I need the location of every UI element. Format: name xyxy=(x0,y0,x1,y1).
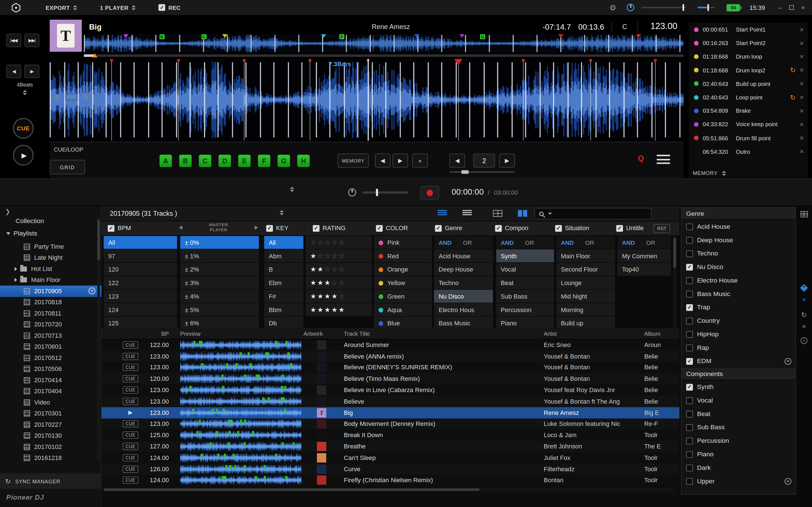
untitled-filter-option[interactable]: Top40 xyxy=(617,263,671,276)
sidebar-item-video[interactable]: Video xyxy=(0,397,101,408)
cue-preview-button[interactable]: CUE xyxy=(123,353,138,360)
sidebar-scrollbar[interactable] xyxy=(97,217,100,460)
filter-scrollbar[interactable] xyxy=(673,236,676,328)
bpm-tolerance-option[interactable]: ± 5% xyxy=(180,303,259,317)
table-row[interactable]: CUE123.00Believe (DENNEY'S SUNRISE REMIX… xyxy=(101,362,679,373)
bpm-tolerance-option[interactable]: ± 0% xyxy=(180,236,259,249)
cue-preview-button[interactable]: CUE xyxy=(123,476,138,484)
cue-point-row[interactable]: 03:54:809Brake× xyxy=(689,104,808,117)
bpm-tolerance-option[interactable]: ± 4% xyxy=(180,290,259,303)
genre-tag-nu-disco[interactable]: ✓Nu Disco xyxy=(681,260,795,274)
delete-cue-icon[interactable]: × xyxy=(799,39,805,47)
record-button[interactable] xyxy=(420,186,439,200)
add-tag-icon[interactable]: + xyxy=(784,358,792,364)
checkbox-icon[interactable] xyxy=(686,290,693,297)
hot-cue-b-button[interactable]: B xyxy=(179,155,192,167)
player-count-selector[interactable]: 1 PLAYER xyxy=(100,4,136,11)
hot-cue-marker[interactable]: B xyxy=(159,34,164,39)
key-filter-toggle[interactable]: ✓KEY xyxy=(266,224,289,232)
memory-cue-marker[interactable] xyxy=(636,34,641,38)
table-row[interactable]: CUE122.00Around SummerEric SneoAroun xyxy=(101,339,679,351)
color-filter-option[interactable]: Aqua xyxy=(374,303,432,317)
master-volume-slider[interactable] xyxy=(642,7,686,8)
column-header-album[interactable]: Album xyxy=(641,330,679,337)
genre-tag-deep-house[interactable]: Deep House xyxy=(681,233,795,247)
delete-cue-icon[interactable]: × xyxy=(799,25,805,34)
cue-preview-button[interactable]: CUE xyxy=(123,454,138,461)
add-track-icon[interactable]: + xyxy=(89,288,95,295)
maximize-button[interactable] xyxy=(789,5,794,10)
bpm-filter-option[interactable]: 122 xyxy=(103,276,177,290)
view-list-icon[interactable] xyxy=(462,210,472,217)
table-row[interactable]: CUE123.00Body Movement (Denney Remix)Luk… xyxy=(101,418,679,430)
component-filter-option[interactable]: Synth xyxy=(496,249,554,263)
color-filter-option[interactable]: Yellow xyxy=(374,276,432,290)
cue-preview-button[interactable]: CUE xyxy=(123,398,138,405)
sidebar-item-20170905[interactable]: 20170905+ xyxy=(0,286,101,297)
situation-filter-option[interactable]: Morning xyxy=(556,303,615,317)
checkbox-icon[interactable] xyxy=(686,397,693,404)
delete-cue-icon[interactable]: × xyxy=(799,94,805,101)
checkbox-icon[interactable] xyxy=(686,250,693,257)
waveform-preview[interactable] xyxy=(180,476,301,485)
table-horizontal-scrollbar[interactable] xyxy=(103,488,673,492)
memory-delete-button[interactable]: × xyxy=(412,154,428,168)
cue-preview-button[interactable]: CUE xyxy=(123,432,138,439)
bpm-tolerance-option[interactable]: ± 2% xyxy=(180,263,259,276)
rec-checkbox[interactable]: ✓ REC xyxy=(158,4,181,11)
hot-cue-e-button[interactable]: E xyxy=(238,155,251,167)
track-progress-bar[interactable] xyxy=(84,54,684,57)
components-tag-sub-bass[interactable]: Sub Bass xyxy=(681,420,795,434)
waveform-preview[interactable] xyxy=(180,408,301,416)
next-track-button[interactable]: ▶▶| xyxy=(24,34,39,47)
untitled-filter-option[interactable]: My Commen xyxy=(617,249,671,263)
minimize-button[interactable]: – xyxy=(778,4,782,11)
rec-level-knob[interactable] xyxy=(348,188,356,196)
genre-tag-trap[interactable]: ✓Trap xyxy=(681,300,795,314)
component-filter-option[interactable]: Percussion xyxy=(496,303,554,317)
sync-manager-button[interactable]: ↻ SYNC MANAGER xyxy=(0,473,101,489)
and-toggle[interactable]: AND xyxy=(561,236,574,249)
table-row[interactable]: CUE120.00Believe (Timo Maas Remix)Yousef… xyxy=(101,373,679,385)
sidebar-item-20170601[interactable]: 20170601 xyxy=(0,341,101,352)
cue-point-row[interactable]: 01:18:668Drum loop× xyxy=(689,50,808,63)
headphone-level-slider[interactable] xyxy=(698,7,715,8)
hot-cue-h-button[interactable]: H xyxy=(297,155,310,167)
checkbox-icon[interactable] xyxy=(686,331,693,338)
cue-point-row[interactable]: 02:40:643Build up point× xyxy=(689,77,808,91)
and-toggle[interactable]: AND xyxy=(439,236,452,249)
bpm-filter-option[interactable]: 97 xyxy=(103,249,177,263)
key-filter-option[interactable]: Db xyxy=(264,317,304,328)
view-two-pane-icon[interactable] xyxy=(518,210,527,217)
zoom-out-icon[interactable]: ⊖ xyxy=(82,92,89,101)
cue-point-row[interactable]: 05:51:866Drum fill point× xyxy=(689,131,808,145)
checkbox-icon[interactable] xyxy=(686,237,693,243)
checkbox-icon[interactable]: ✓ xyxy=(686,358,693,364)
sidebar-item-20170720[interactable]: 20170720 xyxy=(0,319,101,330)
settings-gear-icon[interactable]: ⚙ xyxy=(609,3,616,12)
situation-filter-option[interactable]: Mid Night xyxy=(556,290,615,303)
waveform-preview[interactable] xyxy=(180,465,301,473)
expand-arrow-icon[interactable] xyxy=(6,232,10,235)
rating-filter-option[interactable]: ★☆☆☆☆ xyxy=(306,249,372,263)
refresh-icon[interactable]: ↻ xyxy=(800,311,808,319)
arrow-left-icon[interactable] xyxy=(179,225,183,230)
situation-filter-option[interactable]: Second Floor xyxy=(556,263,615,276)
zoom-reset-button[interactable]: RST xyxy=(65,94,78,100)
sidebar-item-hot-list[interactable]: Hot List xyxy=(0,263,101,274)
memory-cue-triangle-icon[interactable] xyxy=(455,59,463,65)
collection-grid-icon[interactable] xyxy=(800,210,808,218)
genre-tag-rap[interactable]: Rap xyxy=(681,341,795,354)
key-filter-option[interactable]: Ebm xyxy=(264,276,304,290)
delete-cue-icon[interactable]: × xyxy=(799,148,805,156)
memory-button[interactable]: MEMORY xyxy=(338,154,369,168)
waveform-preview[interactable] xyxy=(180,443,301,451)
rec-level-slider[interactable] xyxy=(363,191,408,193)
component-filter-option[interactable]: Vocal xyxy=(496,263,554,276)
cue-point-row[interactable]: 04:33:822Voice keep point× xyxy=(689,118,808,131)
genre-filter-option[interactable]: Acid House xyxy=(434,249,493,263)
rekordbox-logo-icon[interactable] xyxy=(9,2,23,13)
genre-tag-acid-house[interactable]: Acid House xyxy=(681,220,795,233)
component-filter-option[interactable]: Sub Bass xyxy=(496,290,554,303)
sidebar-item-20170512[interactable]: 20170512 xyxy=(0,352,101,363)
